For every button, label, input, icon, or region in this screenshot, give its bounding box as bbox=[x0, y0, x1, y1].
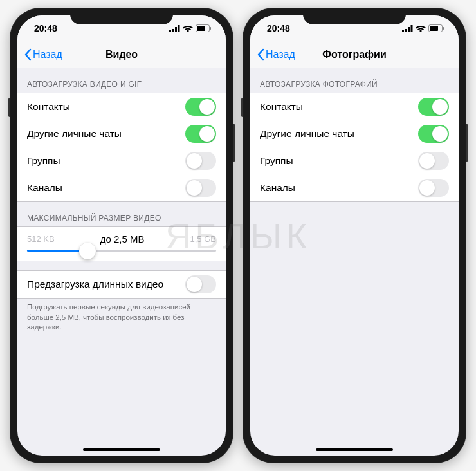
slider-min-label: 512 KB bbox=[27, 234, 55, 244]
slider-fill bbox=[27, 250, 87, 252]
screen: 20:48 Назад Фотографии АВТОЗАГРУЗКА ФОТО… bbox=[250, 15, 459, 456]
section-header-autodownload: АВТОЗАГРУЗКА ВИДЕО И GIF bbox=[17, 68, 226, 93]
row-label: Предзагрузка длинных видео bbox=[27, 279, 163, 290]
row-private-chats: Другие личные чаты bbox=[17, 120, 226, 147]
wifi-icon bbox=[183, 24, 193, 32]
nav-bar: Назад Фотографии bbox=[250, 41, 459, 68]
cellular-icon bbox=[169, 25, 180, 32]
home-indicator[interactable] bbox=[316, 448, 393, 451]
toggle-contacts[interactable] bbox=[418, 98, 449, 116]
svg-rect-12 bbox=[430, 26, 438, 31]
slider-max-label: 1,5 GB bbox=[190, 234, 216, 244]
section-header-autodownload: АВТОЗАГРУЗКА ФОТОГРАФИЙ bbox=[250, 68, 459, 93]
row-channels: Каналы bbox=[17, 174, 226, 201]
slider-block: 512 KB до 2,5 MB 1,5 GB bbox=[17, 226, 226, 261]
row-label: Группы bbox=[260, 155, 293, 167]
svg-rect-8 bbox=[405, 29, 407, 32]
back-label: Назад bbox=[266, 49, 295, 60]
slider-labels: 512 KB до 2,5 MB 1,5 GB bbox=[27, 234, 216, 245]
row-contacts: Контакты bbox=[17, 93, 226, 120]
slider-value-label: до 2,5 MB bbox=[100, 234, 145, 245]
wifi-icon bbox=[416, 24, 426, 32]
back-label: Назад bbox=[33, 49, 62, 60]
toggle-list: Контакты Другие личные чаты Группы Канал… bbox=[17, 93, 226, 202]
page-title: Фотографии bbox=[322, 49, 386, 60]
battery-icon bbox=[196, 24, 212, 32]
chevron-left-icon bbox=[257, 48, 264, 61]
toggle-contacts[interactable] bbox=[185, 98, 216, 116]
svg-rect-2 bbox=[175, 27, 177, 32]
row-channels: Каналы bbox=[250, 174, 459, 201]
svg-rect-1 bbox=[172, 29, 174, 32]
status-right bbox=[402, 24, 444, 32]
toggle-groups[interactable] bbox=[185, 152, 216, 170]
row-label: Группы bbox=[27, 155, 60, 167]
svg-rect-10 bbox=[411, 25, 413, 32]
slider-track[interactable] bbox=[27, 250, 216, 252]
status-time: 20:48 bbox=[34, 23, 57, 33]
svg-rect-13 bbox=[443, 27, 444, 30]
row-label: Другие личные чаты bbox=[27, 128, 122, 140]
toggle-private-chats[interactable] bbox=[418, 125, 449, 143]
toggle-list: Контакты Другие личные чаты Группы Канал… bbox=[250, 93, 459, 202]
nav-bar: Назад Видео bbox=[17, 41, 226, 68]
svg-rect-6 bbox=[210, 27, 212, 30]
cellular-icon bbox=[402, 25, 413, 32]
status-right bbox=[169, 24, 212, 32]
row-label: Контакты bbox=[27, 101, 70, 113]
svg-rect-0 bbox=[169, 30, 171, 32]
svg-rect-3 bbox=[178, 25, 180, 32]
svg-rect-7 bbox=[402, 30, 404, 32]
phone-notch bbox=[303, 8, 406, 24]
slider-thumb[interactable] bbox=[79, 243, 96, 259]
home-indicator[interactable] bbox=[83, 448, 160, 451]
row-label: Каналы bbox=[260, 182, 295, 194]
status-time: 20:48 bbox=[267, 23, 290, 33]
row-label: Каналы bbox=[27, 182, 62, 194]
phone-notch bbox=[70, 8, 173, 24]
toggle-preload[interactable] bbox=[185, 275, 216, 293]
toggle-groups[interactable] bbox=[418, 152, 449, 170]
row-groups: Группы bbox=[250, 147, 459, 174]
chevron-left-icon bbox=[24, 48, 32, 61]
svg-rect-9 bbox=[408, 27, 410, 32]
toggle-channels[interactable] bbox=[418, 179, 449, 197]
row-preload: Предзагрузка длинных видео bbox=[17, 271, 226, 298]
row-contacts: Контакты bbox=[250, 93, 459, 120]
preload-list: Предзагрузка длинных видео bbox=[17, 270, 226, 299]
toggle-private-chats[interactable] bbox=[185, 125, 216, 143]
row-label: Контакты bbox=[260, 101, 303, 113]
section-footer-preload: Подгружать первые секунды для видеозапис… bbox=[17, 299, 226, 337]
phone-mockup-right: 20:48 Назад Фотографии АВТОЗАГРУЗКА ФОТО… bbox=[243, 8, 466, 463]
row-label: Другие личные чаты bbox=[260, 128, 354, 140]
row-groups: Группы bbox=[17, 147, 226, 174]
row-private-chats: Другие личные чаты bbox=[250, 120, 459, 147]
svg-rect-5 bbox=[197, 26, 205, 31]
back-button[interactable]: Назад bbox=[257, 48, 295, 61]
section-header-maxsize: МАКСИМАЛЬНЫЙ РАЗМЕР ВИДЕО bbox=[17, 202, 226, 226]
back-button[interactable]: Назад bbox=[24, 48, 62, 61]
screen: 20:48 Назад Видео АВТОЗАГРУЗКА ВИДЕО И G… bbox=[17, 15, 226, 456]
phone-mockup-left: 20:48 Назад Видео АВТОЗАГРУЗКА ВИДЕО И G… bbox=[10, 8, 233, 463]
toggle-channels[interactable] bbox=[185, 179, 216, 197]
page-title: Видео bbox=[105, 49, 138, 60]
battery-icon bbox=[428, 24, 444, 32]
